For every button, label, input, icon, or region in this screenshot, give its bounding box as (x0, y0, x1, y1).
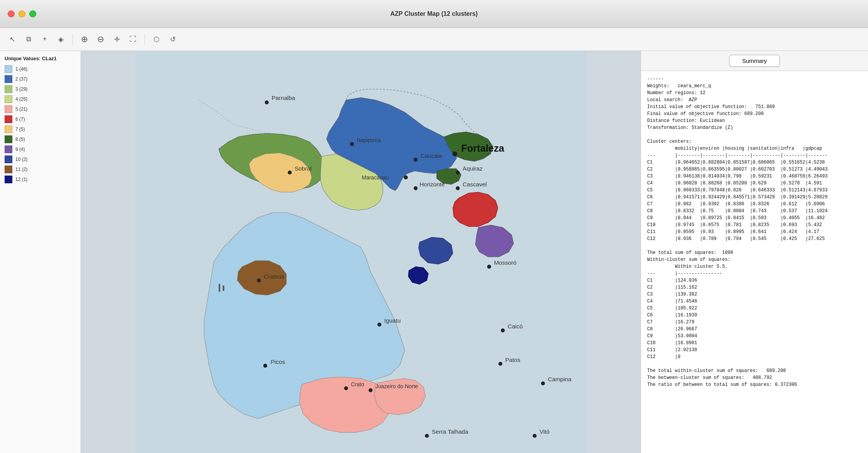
legend-color-swatch (5, 95, 12, 103)
city-crato-label: Crato (351, 381, 364, 387)
summary-header: Summary (641, 51, 868, 71)
city-caucaia-label: Caucaia (421, 152, 442, 159)
legend-items: 1 (46) 2 (37) 3 (29) 4 (25) 5 (21) 6 (7)… (5, 65, 76, 183)
svg-rect-1 (219, 284, 220, 292)
add-tool[interactable]: + (39, 33, 51, 46)
city-iguatu-dot (377, 323, 381, 326)
city-patos-dot (498, 362, 502, 366)
city-fortaleza-label: Fortaleza (461, 143, 505, 154)
city-vito-dot (533, 434, 537, 438)
city-serratalhada-label: Serra Talhada (432, 428, 468, 435)
select-tool[interactable]: ↖ (6, 33, 19, 46)
legend-item: 11 (2) (5, 166, 76, 173)
layer-tool[interactable]: ◈ (55, 33, 67, 46)
map-area[interactable]: Fortaleza Parnalba Sobral Itapipoca Cauc… (81, 51, 641, 453)
city-juazeiro-dot (368, 388, 372, 392)
legend-color-swatch (5, 125, 12, 133)
summary-panel: Summary ------ Weights: ceara_merc_q Num… (641, 51, 868, 453)
legend-item-label: 12 (1) (15, 177, 27, 182)
city-mossoro-dot (487, 265, 491, 269)
legend-item: 9 (4) (5, 145, 76, 153)
copy-tool[interactable]: ⧉ (22, 33, 35, 46)
legend-item: 7 (5) (5, 125, 76, 133)
legend-item: 8 (5) (5, 135, 76, 143)
legend-item-label: 1 (46) (15, 66, 27, 72)
legend-item-label: 9 (4) (15, 147, 25, 152)
city-aquiraz-dot (456, 171, 460, 174)
svg-text:▐: ▐ (221, 285, 225, 291)
window-title: AZP Cluster Map (12 clusters) (390, 10, 478, 17)
city-crateus-dot (257, 279, 261, 282)
city-aquiraz-label: Aquiraz (463, 165, 483, 172)
maximize-button[interactable] (29, 10, 36, 17)
main-content: Unique Values: CLaz1 1 (46) 2 (37) 3 (29… (0, 51, 868, 453)
legend-item-label: 3 (29) (15, 86, 27, 92)
city-sobral-label: Sobral (294, 165, 311, 172)
city-caico-dot (501, 328, 505, 332)
toolbar-separator-1 (72, 34, 73, 45)
city-itapipoca-label: Itapipoca (357, 137, 381, 143)
city-sobral-dot (288, 171, 292, 174)
city-maracanau-dot (404, 176, 408, 179)
legend-color-swatch (5, 65, 12, 73)
legend-item-label: 2 (37) (15, 76, 27, 82)
city-horizonte-dot (414, 186, 417, 190)
city-picos-label: Picos (271, 358, 285, 365)
city-campina-label: Campina (548, 376, 571, 382)
legend-color-swatch (5, 166, 12, 173)
refresh-tool[interactable]: ↺ (167, 33, 179, 46)
legend-item: 5 (21) (5, 105, 76, 113)
city-caico-label: Caicó (508, 323, 523, 330)
minimize-button[interactable] (19, 10, 25, 17)
toolbar: ↖ ⧉ + ◈ ⊕ ⊖ ✛ ⛶ ⬡ ↺ (0, 28, 868, 51)
close-button[interactable] (8, 10, 15, 17)
city-itapipoca-dot (350, 142, 354, 146)
legend-color-swatch (5, 105, 12, 113)
legend-item: 2 (37) (5, 75, 76, 83)
legend-color-swatch (5, 145, 12, 153)
city-horizonte-label: Horizonte (419, 181, 444, 188)
legend-item: 4 (25) (5, 95, 76, 103)
city-cascavel-dot (456, 186, 460, 190)
legend-item: 3 (29) (5, 85, 76, 93)
zoom-out-tool[interactable]: ⊖ (94, 33, 107, 46)
legend-item-label: 11 (2) (15, 167, 27, 172)
city-maracanau-label: Maracanau (362, 174, 389, 181)
legend-panel: Unique Values: CLaz1 1 (46) 2 (37) 3 (29… (0, 51, 81, 453)
city-patos-label: Patos (505, 357, 520, 363)
city-parnalba-dot (265, 100, 269, 104)
legend-item-label: 8 (5) (15, 137, 25, 142)
city-crateus-label: Crateús (264, 273, 284, 280)
summary-button[interactable]: Summary (729, 55, 779, 67)
legend-color-swatch (5, 176, 12, 183)
legend-color-swatch (5, 75, 12, 83)
legend-item-label: 6 (7) (15, 117, 25, 122)
window-controls (8, 10, 36, 17)
legend-item: 10 (2) (5, 156, 76, 163)
city-caucaia-dot (414, 158, 417, 162)
legend-item-label: 5 (21) (15, 106, 27, 112)
map-svg: Fortaleza Parnalba Sobral Itapipoca Cauc… (81, 51, 641, 453)
legend-item: 12 (1) (5, 176, 76, 183)
legend-color-swatch (5, 85, 12, 93)
legend-item-label: 10 (2) (15, 157, 27, 162)
city-parnalba-label: Parnalba (272, 95, 296, 101)
title-bar: AZP Cluster Map (12 clusters) (0, 0, 868, 28)
fullscreen-tool[interactable]: ⛶ (127, 33, 139, 46)
city-crato-dot (344, 386, 348, 390)
summary-body: ------ Weights: ceara_merc_q Number of r… (641, 71, 868, 453)
city-iguatu-label: Iguatu (384, 317, 400, 324)
select-region-tool[interactable]: ⬡ (150, 33, 163, 46)
legend-color-swatch (5, 156, 12, 163)
pan-tool[interactable]: ✛ (111, 33, 123, 46)
legend-item: 6 (7) (5, 115, 76, 123)
legend-color-swatch (5, 115, 12, 123)
city-juazeiro-label: Juazeiro do Norte (375, 383, 418, 389)
city-cascavel-label: Cascavel (463, 181, 487, 188)
legend-color-swatch (5, 135, 12, 143)
city-serratalhada-dot (425, 434, 429, 438)
toolbar-separator-2 (145, 34, 145, 45)
legend-item-label: 4 (25) (15, 96, 27, 102)
city-picos-dot (263, 364, 267, 368)
zoom-in-tool[interactable]: ⊕ (78, 33, 91, 46)
